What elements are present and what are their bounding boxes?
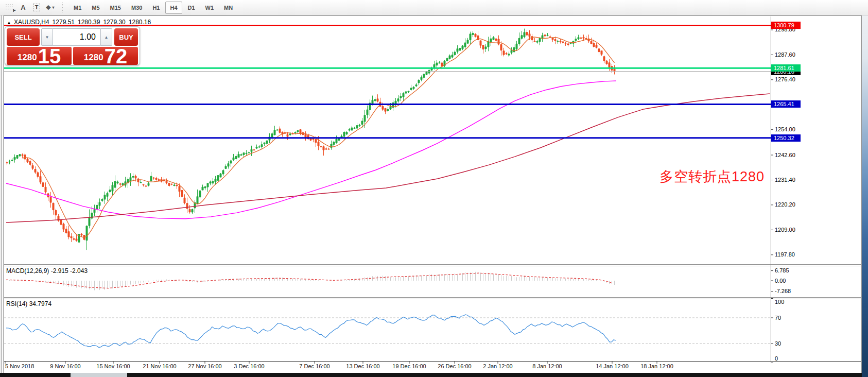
ma-mid-line (6, 81, 616, 219)
timeframe-button-d1[interactable]: D1 (183, 2, 200, 14)
rsi-tick-label: 100 (775, 299, 784, 305)
desktop-background-strip (862, 15, 868, 377)
macd-tick-label: 0.00 (775, 278, 786, 284)
time-tick-label: 3 Dec 16:00 (234, 363, 264, 369)
rsi-tick-label: 70 (775, 315, 781, 321)
time-tick-label: 26 Dec 16:00 (438, 363, 471, 369)
volume-decrease-button[interactable]: ▼ (41, 28, 53, 46)
sell-button[interactable]: SELL (7, 28, 40, 46)
chart-header: ▲XAUUSD,H41279.511280.391279.301280.16 (7, 19, 154, 26)
resistance-line-1300-price-label: 1300.79 (771, 22, 801, 29)
price-tick-label: 1231.40 (775, 177, 795, 183)
time-tick-label: 2 Jan 12:00 (483, 363, 513, 369)
price-tick-label: 1209.00 (775, 227, 795, 233)
macd-tick-label: -7.268 (775, 288, 791, 294)
horizontal-scrollbar-track[interactable] (0, 373, 862, 377)
time-tick-label: 15 Nov 16:00 (96, 363, 130, 369)
price-tick-label: 1276.40 (775, 76, 795, 82)
volume-input[interactable]: 1.00 (53, 28, 100, 46)
buy-big-figure: 1280 (84, 53, 103, 63)
toolbar-grip[interactable] (62, 3, 65, 13)
time-tick-label: 27 Nov 16:00 (188, 363, 221, 369)
price-tick-label: 1254.00 (775, 126, 795, 132)
shapes-tool-icon[interactable]: ❖▾ (43, 2, 57, 14)
text-label-tool-icon[interactable]: T (30, 2, 43, 14)
timeframe-button-h4[interactable]: H4 (165, 2, 182, 14)
chevron-down-icon: ▼ (45, 35, 49, 40)
time-tick-label: 14 Jan 12:00 (596, 363, 629, 369)
close-value: 1280.16 (129, 19, 151, 26)
macd-histogram (7, 272, 615, 290)
timeframe-button-m15[interactable]: M15 (106, 2, 126, 14)
sell-pips: 15 (38, 47, 61, 65)
mt4-terminal: { "toolbar": { "tools": [ {"name": "indi… (0, 0, 868, 377)
timeframe-button-m30[interactable]: M30 (127, 2, 147, 14)
buy-pips: 72 (105, 47, 128, 65)
timeframe-button-w1[interactable]: W1 (201, 2, 219, 14)
sell-big-figure: 1280 (18, 53, 37, 63)
support-line-1250-price-label: 1250.32 (771, 134, 801, 142)
time-tick-label: 9 Nov 16:00 (50, 363, 80, 369)
time-tick-label: 5 Nov 2018 (5, 363, 34, 369)
chevron-up-icon: ▲ (105, 35, 109, 40)
time-tick-label: 8 Jan 12:00 (532, 363, 562, 369)
timeframe-button-m5[interactable]: M5 (87, 2, 104, 14)
one-click-trade-panel: SELL ▼ 1.00 ▲ BUY 1280 15 1280 72 (5, 26, 140, 65)
support-line-1281-price-label: 1281.61 (771, 64, 801, 72)
time-tick-label: 13 Dec 16:00 (346, 363, 379, 369)
rsi-indicator-label: RSI(14) 34.7974 (6, 300, 51, 307)
macd-tick-label: 6.785 (775, 267, 789, 273)
price-tick-label: 1197.80 (775, 251, 795, 258)
toolbar: FAT❖▾ M1M5M15M30H1H4D1W1MN (0, 0, 868, 15)
timeframe-button-m1[interactable]: M1 (69, 2, 86, 14)
time-tick-label: 19 Dec 16:00 (392, 363, 426, 369)
timeframe-button-h1[interactable]: H1 (148, 2, 164, 14)
rsi-tick-label: 0 (775, 355, 778, 362)
timeframe-button-mn[interactable]: MN (219, 2, 237, 14)
buy-button[interactable]: BUY (114, 28, 138, 46)
price-tick-label: 1287.60 (775, 52, 795, 58)
low-value: 1279.30 (103, 19, 125, 26)
time-tick-label: 21 Nov 16:00 (143, 363, 176, 369)
trendline (6, 94, 770, 222)
price-tick-label: 1242.60 (775, 152, 795, 158)
sell-price-display[interactable]: 1280 15 (7, 47, 72, 65)
macd-indicator-label: MACD(12,26,9) -2.915 -2.043 (6, 267, 88, 275)
chart-text-annotation: 多空转折点1280 (659, 167, 765, 186)
time-tick-label: 7 Dec 16:00 (299, 363, 329, 369)
rsi-tick-label: 30 (775, 340, 781, 347)
time-tick-label: 18 Jan 12:00 (640, 363, 673, 369)
trade-panel-collapse-icon[interactable]: ▲ (7, 20, 11, 25)
price-tick-label: 1220.20 (775, 201, 795, 208)
indicators-grid-f-tool-icon[interactable]: F (3, 2, 16, 14)
high-value: 1280.39 (78, 19, 100, 26)
volume-increase-button[interactable]: ▲ (100, 28, 112, 46)
buy-price-display[interactable]: 1280 72 (73, 47, 138, 65)
rsi-line (6, 315, 616, 348)
horizontal-scrollbar-thumb[interactable] (71, 373, 127, 377)
support-line-1265-price-label: 1265.41 (771, 100, 801, 108)
text-tool-icon[interactable]: A (16, 2, 30, 14)
open-value: 1279.51 (53, 19, 75, 26)
symbol-period-label: XAUUSD,H4 (14, 19, 49, 26)
window-left-border (0, 15, 4, 373)
